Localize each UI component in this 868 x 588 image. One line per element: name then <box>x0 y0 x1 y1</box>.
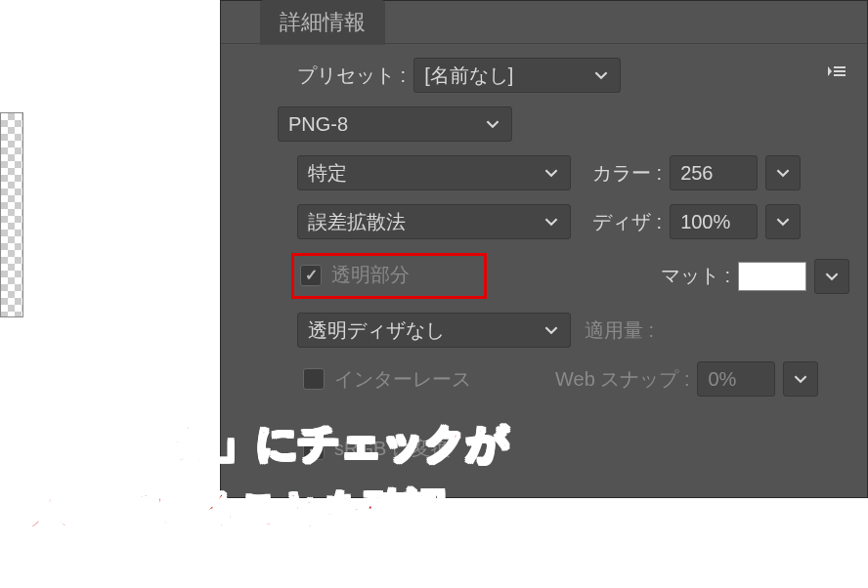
annotation-overlay: 「透明部分」にチェックが 入っていることを確認 <box>0 410 868 541</box>
interlace-label: インターレース <box>334 366 471 393</box>
dither-amount-dropdown-button[interactable] <box>765 204 801 239</box>
panel-menu-icon[interactable] <box>822 62 849 89</box>
chevron-down-icon <box>542 213 560 231</box>
format-value: PNG-8 <box>288 113 348 136</box>
transparency-row: 透明部分 マット : <box>239 253 849 299</box>
websnap-label: Web スナップ : <box>555 366 689 393</box>
preset-row: プリセット : [名前なし] <box>239 58 849 93</box>
reduction-row: 特定 カラー : 256 <box>239 155 849 190</box>
colors-dropdown-button[interactable] <box>765 155 801 190</box>
websnap-dropdown-button[interactable] <box>783 361 818 397</box>
dither-select[interactable]: 誤差拡散法 <box>297 204 571 239</box>
interlace-checkbox[interactable] <box>303 368 325 390</box>
colors-label: カラー : <box>592 160 662 187</box>
preset-value: [名前なし] <box>424 63 513 89</box>
dither-value: 誤差拡散法 <box>308 209 406 235</box>
colors-field[interactable]: 256 <box>670 155 758 190</box>
matte-label: マット : <box>661 263 730 289</box>
matte-dropdown-button[interactable] <box>814 259 849 294</box>
transparency-checkbox[interactable] <box>300 265 322 286</box>
chevron-down-icon <box>823 268 841 285</box>
amount-label: 適用量 : <box>585 317 654 344</box>
preset-label: プリセット : <box>297 63 406 89</box>
dither-amount-field[interactable]: 100% <box>670 204 758 239</box>
format-row: PNG-8 <box>239 106 849 142</box>
matte-swatch[interactable] <box>738 262 806 291</box>
chevron-down-icon <box>542 164 560 182</box>
transparency-highlight: 透明部分 <box>291 253 487 299</box>
colors-value: 256 <box>680 162 713 185</box>
transparency-checker-preview <box>0 112 23 317</box>
format-select[interactable]: PNG-8 <box>278 106 512 142</box>
tab-details[interactable]: 詳細情報 <box>260 0 385 45</box>
transparency-label: 透明部分 <box>331 262 410 288</box>
websnap-field[interactable]: 0% <box>697 361 775 397</box>
annotation-line-2: 入っていることを確認 <box>29 476 858 541</box>
preset-select[interactable]: [名前なし] <box>413 58 621 93</box>
dither-row: 誤差拡散法 ディザ : 100% <box>239 204 849 239</box>
dither-amount-value: 100% <box>680 211 730 233</box>
chevron-down-icon <box>484 115 501 133</box>
reduction-select[interactable]: 特定 <box>297 155 571 190</box>
tab-bar: 詳細情報 <box>221 1 867 44</box>
reduction-value: 特定 <box>308 160 347 187</box>
chevron-down-icon <box>542 321 560 339</box>
trans-dither-row: 透明ディザなし 適用量 : <box>239 313 849 348</box>
trans-dither-select[interactable]: 透明ディザなし <box>297 313 571 348</box>
dither-amount-label: ディザ : <box>592 209 662 235</box>
websnap-value: 0% <box>708 368 736 391</box>
interlace-row: インターレース Web スナップ : 0% <box>239 361 849 397</box>
annotation-line-1: 「透明部分」にチェックが <box>10 410 858 476</box>
chevron-down-icon <box>774 164 792 182</box>
chevron-down-icon <box>792 370 809 388</box>
chevron-down-icon <box>774 213 792 231</box>
trans-dither-value: 透明ディザなし <box>308 317 445 344</box>
chevron-down-icon <box>592 66 610 84</box>
